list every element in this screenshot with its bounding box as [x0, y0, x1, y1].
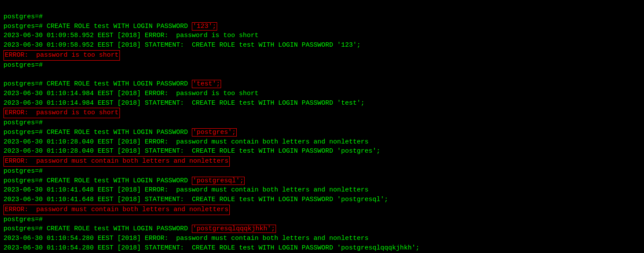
- error-message: ERROR: password must contain both letter…: [3, 205, 230, 215]
- log-line: 2023-06-30 01:10:14.984 EEST [2018] STAT…: [3, 99, 641, 108]
- prompt-line: postgres=#: [3, 215, 641, 225]
- error-line: ERROR: password is too short: [3, 50, 641, 61]
- log-text: 2023-06-30 01:10:28.040 EEST [2018] STAT…: [3, 147, 380, 155]
- log-line: 2023-06-30 01:10:41.648 EEST [2018] ERRO…: [3, 185, 641, 195]
- prompt-line: postgres=#: [3, 12, 641, 22]
- command-line: postgres=# CREATE ROLE test WITH LOGIN P…: [3, 176, 641, 186]
- log-line: 2023-06-30 01:10:28.040 EEST [2018] ERRO…: [3, 137, 641, 147]
- log-text: 2023-06-30 01:09:58.952 EEST [2018] ERRO…: [3, 32, 259, 39]
- prompt: postgres=#: [3, 168, 43, 175]
- log-line: 2023-06-30 01:10:28.040 EEST [2018] STAT…: [3, 147, 641, 156]
- log-line: 2023-06-30 01:10:14.984 EEST [2018] ERRO…: [3, 89, 641, 99]
- password-value: 'postgresql';: [192, 177, 245, 185]
- prompt-line: postgres=#: [3, 61, 641, 70]
- prompt: postgres=#: [3, 62, 43, 69]
- log-line: 2023-06-30 01:10:54.280 EEST [2018] ERRO…: [3, 234, 641, 243]
- command-line: postgres=# CREATE ROLE test WITH LOGIN P…: [3, 22, 641, 31]
- error-line: ERROR: password is too short: [3, 108, 641, 118]
- command-text: postgres=# CREATE ROLE test WITH LOGIN P…: [3, 23, 192, 30]
- error-line: ERROR: password must contain both letter…: [3, 205, 641, 215]
- log-text: 2023-06-30 01:10:54.280 EEST [2018] ERRO…: [3, 235, 368, 242]
- password-value: 'test';: [192, 80, 221, 88]
- prompt-line: postgres=#: [3, 118, 641, 128]
- log-text: 2023-06-30 01:10:41.648 EEST [2018] STAT…: [3, 196, 388, 203]
- command-line: postgres=# CREATE ROLE test WITH LOGIN P…: [3, 128, 641, 137]
- prompt: postgres=#: [3, 119, 43, 126]
- log-text: 2023-06-30 01:10:54.280 EEST [2018] STAT…: [3, 244, 419, 252]
- password-value: 'postgresqlqqqkjhkh';: [192, 225, 276, 233]
- prompt: postgres=#: [3, 13, 43, 21]
- log-line: 2023-06-30 01:09:58.952 EEST [2018] ERRO…: [3, 31, 641, 41]
- password-value: '123';: [192, 22, 217, 31]
- command-line: postgres=# CREATE ROLE test WITH LOGIN P…: [3, 79, 641, 89]
- command-text: postgres=# CREATE ROLE test WITH LOGIN P…: [3, 80, 192, 88]
- log-text: 2023-06-30 01:10:14.984 EEST [2018] STAT…: [3, 99, 365, 107]
- terminal-line: [3, 70, 641, 79]
- password-value: 'postgres';: [192, 128, 237, 137]
- log-line: 2023-06-30 01:10:54.280 EEST [2018] STAT…: [3, 243, 641, 253]
- log-text: 2023-06-30 01:10:14.984 EEST [2018] ERRO…: [3, 90, 259, 97]
- log-line: 2023-06-30 01:10:41.648 EEST [2018] STAT…: [3, 195, 641, 205]
- log-text: 2023-06-30 01:10:28.040 EEST [2018] ERRO…: [3, 138, 368, 146]
- error-line: ERROR: password must contain both letter…: [3, 156, 641, 167]
- prompt: postgres=#: [3, 216, 43, 223]
- command-line: postgres=# CREATE ROLE test WITH LOGIN P…: [3, 224, 641, 234]
- terminal: postgres=#postgres=# CREATE ROLE test WI…: [3, 3, 641, 253]
- prompt-line: postgres=#: [3, 167, 641, 176]
- error-message: ERROR: password is too short: [3, 108, 120, 118]
- error-message: ERROR: password is too short: [3, 50, 120, 61]
- command-text: postgres=# CREATE ROLE test WITH LOGIN P…: [3, 129, 192, 136]
- log-text: 2023-06-30 01:09:58.952 EEST [2018] STAT…: [3, 41, 361, 49]
- log-text: 2023-06-30 01:10:41.648 EEST [2018] ERRO…: [3, 186, 368, 194]
- error-message: ERROR: password must contain both letter…: [3, 156, 230, 167]
- command-text: postgres=# CREATE ROLE test WITH LOGIN P…: [3, 177, 192, 185]
- log-line: 2023-06-30 01:09:58.952 EEST [2018] STAT…: [3, 41, 641, 50]
- command-text: postgres=# CREATE ROLE test WITH LOGIN P…: [3, 225, 192, 232]
